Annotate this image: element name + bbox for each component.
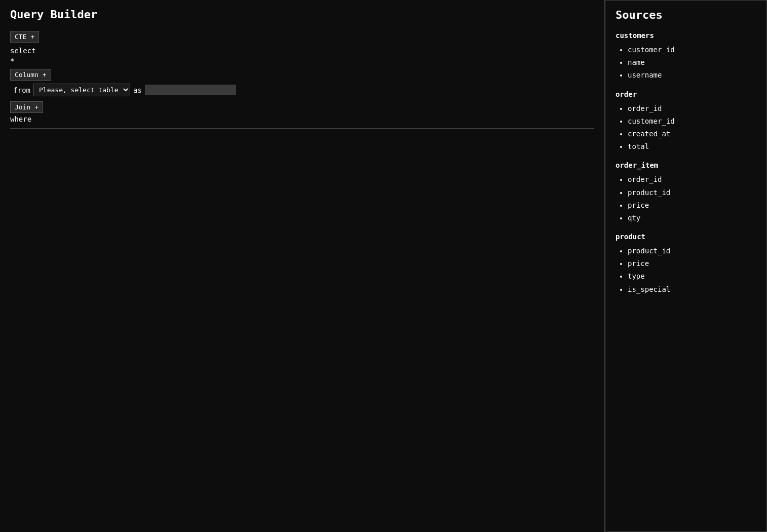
from-row: from Please, select table customers orde… bbox=[10, 84, 594, 96]
field-is-special: is_special bbox=[628, 283, 756, 296]
order-item-fields: order_id product_id price qty bbox=[616, 173, 756, 224]
order-fields: order_id customer_id created_at total bbox=[616, 102, 756, 154]
where-label: where bbox=[10, 115, 594, 123]
alias-input[interactable] bbox=[145, 85, 236, 95]
divider bbox=[10, 128, 594, 129]
source-table-customers: customers bbox=[616, 31, 756, 40]
from-label: from bbox=[10, 86, 30, 94]
source-table-order-item: order_item bbox=[616, 161, 756, 169]
field-total: total bbox=[628, 140, 756, 153]
field-order-id: order_id bbox=[628, 102, 756, 115]
field-product-id: product_id bbox=[628, 186, 756, 199]
as-label: as bbox=[133, 86, 142, 94]
product-fields: product_id price type is_special bbox=[616, 245, 756, 296]
table-select[interactable]: Please, select table customers order ord… bbox=[33, 84, 130, 96]
field-created-at: created_at bbox=[628, 128, 756, 140]
field-product-product-id: product_id bbox=[628, 245, 756, 257]
customers-fields: customer_id name username bbox=[616, 44, 756, 82]
star-line: * bbox=[10, 57, 594, 65]
main-layout: Query Builder CTE + select * Column + fr… bbox=[0, 0, 767, 532]
field-price: price bbox=[628, 199, 756, 212]
field-qty: qty bbox=[628, 212, 756, 224]
column-button[interactable]: Column + bbox=[10, 69, 51, 81]
sources-panel: Sources customers customer_id name usern… bbox=[605, 0, 767, 532]
field-username: username bbox=[628, 69, 756, 82]
join-button[interactable]: Join + bbox=[10, 101, 43, 113]
cte-button[interactable]: CTE + bbox=[10, 31, 39, 43]
field-product-price: price bbox=[628, 257, 756, 270]
query-builder-panel: Query Builder CTE + select * Column + fr… bbox=[0, 0, 605, 532]
select-keyword: select bbox=[10, 47, 594, 55]
source-table-order: order bbox=[616, 90, 756, 98]
sources-title: Sources bbox=[616, 9, 756, 21]
field-name: name bbox=[628, 56, 756, 69]
field-order-customer-id: customer_id bbox=[628, 115, 756, 128]
source-table-product: product bbox=[616, 233, 756, 241]
field-customer-id: customer_id bbox=[628, 44, 756, 56]
field-type: type bbox=[628, 270, 756, 283]
page-title: Query Builder bbox=[10, 8, 594, 21]
field-orderitem-order-id: order_id bbox=[628, 173, 756, 186]
